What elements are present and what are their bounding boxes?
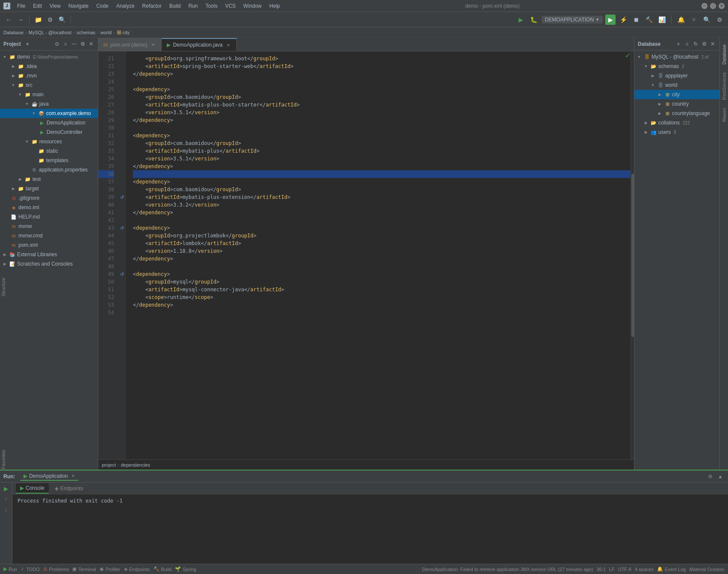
db-schemas[interactable]: ▼ 📂 schemas 2 (634, 62, 719, 71)
db-icon-refresh[interactable]: ↻ (692, 41, 699, 47)
status-event-log[interactable]: 🔔 Event Log (657, 566, 686, 572)
console-output[interactable]: Process finished with exit code -1 (12, 494, 728, 564)
toolbar-folder[interactable]: 📁 (33, 15, 43, 25)
status-profiler[interactable]: ◉ Profiler (100, 566, 121, 572)
db-collations[interactable]: ▶ 📂 collations 222 (634, 118, 719, 127)
status-endpoints[interactable]: ◈ Endpoints (124, 566, 150, 572)
run-button[interactable]: ▶ (605, 15, 616, 25)
status-run[interactable]: ▶ Run (3, 566, 17, 572)
close-button[interactable]: ✕ (719, 3, 725, 9)
editor-scrollbar[interactable]: ✓ (631, 51, 634, 459)
vtab-database[interactable]: Database (721, 41, 728, 68)
console-tab-endpoints[interactable]: ◈ Endpoints (50, 484, 87, 493)
code-container[interactable]: 21 22 23 24 25 26 27 28 29 30 31 32 33 3… (98, 51, 634, 459)
footer-bc-dependencies[interactable]: dependencies (121, 462, 150, 467)
status-lf[interactable]: LF (609, 567, 615, 572)
project-icon-locate[interactable]: ⊙ (53, 41, 60, 47)
breadcrumb-database[interactable]: Database (3, 30, 24, 35)
db-city[interactable]: ▶ ⊞ city (634, 90, 719, 99)
run-config-selector[interactable]: DEMOAPPLICATION ▼ (542, 16, 603, 24)
menu-run[interactable]: Run (185, 2, 201, 10)
menu-refactor[interactable]: Refactor (139, 2, 165, 10)
run-tool-collapse[interactable]: ▲ (716, 472, 725, 481)
menu-help[interactable]: Help (266, 2, 283, 10)
toolbar-settings[interactable]: ⚙ (45, 15, 55, 25)
tree-mvn[interactable]: ▶ 📁 .mvn (0, 71, 98, 80)
run-app-close[interactable]: ✕ (71, 473, 75, 478)
db-icon-collapse[interactable]: ≡ (684, 41, 690, 47)
menu-view[interactable]: View (46, 2, 64, 10)
status-terminal[interactable]: ▣ Terminal (72, 566, 96, 572)
breadcrumb-schemas[interactable]: schemas (77, 30, 95, 35)
toolbar-search[interactable]: 🔍 (57, 15, 67, 25)
db-country[interactable]: ▶ ⊞ country (634, 99, 719, 109)
tree-java[interactable]: ▼ ☕ java (0, 99, 98, 109)
tree-target[interactable]: ▶ 📁 target (0, 184, 98, 193)
menu-analyze[interactable]: Analyze (113, 2, 138, 10)
status-todo[interactable]: ✓ TODO (21, 566, 40, 572)
project-icon-options[interactable]: ⋯ (71, 41, 77, 47)
tree-mvnw-cmd[interactable]: m mvnw.cmd (0, 231, 98, 240)
tree-external-libs[interactable]: ▶ 📚 External Libraries (0, 250, 98, 259)
toolbar-find[interactable]: 🔍 (701, 15, 712, 25)
status-spring[interactable]: 🌱 Spring (175, 566, 196, 572)
tree-resources[interactable]: ▼ 📁 resources (0, 137, 98, 146)
menu-code[interactable]: Code (93, 2, 112, 10)
tree-package[interactable]: ▼ 📦 com.example.demo (0, 109, 98, 118)
tree-pom-xml[interactable]: m pom.xml (0, 240, 98, 250)
tree-demo-root[interactable]: ▼ 📁 demo E:\IdeaProjects\demo (0, 52, 98, 62)
menu-edit[interactable]: Edit (29, 2, 45, 10)
footer-bc-project[interactable]: project (102, 462, 116, 467)
console-tab-console[interactable]: ▶ Console (16, 483, 49, 494)
toolbar-build[interactable]: 🔨 (644, 15, 654, 25)
toolbar-run-green[interactable]: ▶ (516, 15, 526, 25)
tab-demo-application[interactable]: ▶ DemoApplication.java ✕ (162, 38, 237, 51)
menu-file[interactable]: File (14, 2, 29, 10)
tree-demo-iml[interactable]: ◈ demo.iml (0, 203, 98, 212)
run-btn-up[interactable]: ↑ (2, 494, 10, 503)
vtab-maven[interactable]: Maven (721, 104, 728, 125)
structure-tab[interactable]: Structure (0, 274, 7, 300)
toolbar-coverage[interactable]: 📊 (657, 15, 667, 25)
tree-idea[interactable]: ▶ 📁 .idea (0, 62, 98, 71)
menu-navigate[interactable]: Navigate (65, 2, 92, 10)
breadcrumb-city[interactable]: ⊞ city (117, 29, 130, 36)
favorites-tab[interactable]: Favorites (0, 446, 7, 472)
tree-gitignore[interactable]: ⊙ .gitignore (0, 193, 98, 203)
tab-demo-app-close[interactable]: ✕ (225, 42, 231, 48)
toolbar-settings2[interactable]: ⚙ (714, 15, 725, 25)
run-btn-play[interactable]: ▶ (2, 484, 10, 493)
tree-mvnw[interactable]: m mvnw (0, 222, 98, 231)
status-position[interactable]: 36:1 (596, 567, 605, 572)
tree-test[interactable]: ▶ 📁 test (0, 175, 98, 184)
db-mysql-host[interactable]: ▼ 🗄 MySQL - @localhost 2 of (634, 52, 719, 62)
toolbar-forward[interactable]: → (15, 15, 26, 25)
db-icon-add[interactable]: + (675, 41, 682, 47)
tree-demo-controller[interactable]: ▶ DemoController (0, 127, 98, 137)
status-indent[interactable]: 4 spaces (635, 567, 654, 572)
maximize-button[interactable]: □ (710, 3, 716, 9)
tab-pom-xml[interactable]: m pom.xml (demo) ✕ (98, 38, 162, 51)
db-appplayer[interactable]: ▶ 🗄 appplayer (634, 71, 719, 80)
breadcrumb-mysql[interactable]: MySQL - @localhost (29, 30, 72, 35)
project-icon-hide[interactable]: ✕ (88, 41, 94, 47)
toolbar-back[interactable]: ← (3, 15, 14, 25)
toolbar-stop[interactable]: ⏹ (631, 15, 641, 25)
tree-scratches[interactable]: ▶ 📝 Scratches and Consoles (0, 259, 98, 269)
project-icon-settings[interactable]: ⚙ (79, 41, 86, 47)
tree-app-properties[interactable]: ⚙ application.properties (0, 165, 98, 175)
toolbar-vcs[interactable]: ⑂ (689, 15, 699, 25)
db-icon-hide[interactable]: ✕ (709, 41, 716, 47)
tree-static[interactable]: 📁 static (0, 146, 98, 156)
project-dropdown[interactable]: ▼ (25, 41, 30, 47)
project-icon-collapse[interactable]: ≡ (62, 41, 69, 47)
toolbar-debug[interactable]: 🐛 (529, 15, 539, 25)
tree-main[interactable]: ▼ 📁 main (0, 90, 98, 99)
menu-vcs[interactable]: VCS (222, 2, 239, 10)
breadcrumb-world[interactable]: world (100, 30, 112, 35)
tree-help-md[interactable]: 📄 HELP.md (0, 212, 98, 222)
tab-pom-xml-close[interactable]: ✕ (150, 42, 156, 48)
code-content[interactable]: <groupId>org.springframework.boot</group… (126, 51, 631, 459)
db-countrylanguage[interactable]: ▶ ⊞ countrylanguage (634, 109, 719, 118)
tree-templates[interactable]: 📁 templates (0, 156, 98, 165)
